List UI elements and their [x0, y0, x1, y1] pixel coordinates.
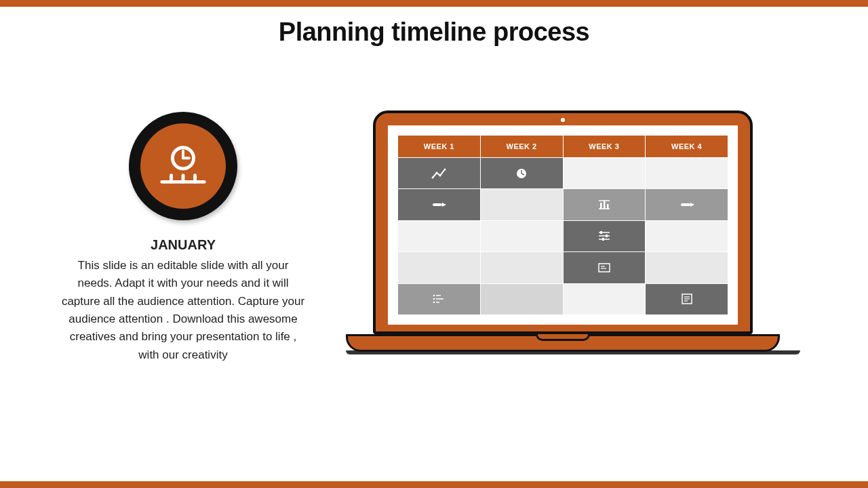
pen-icon	[679, 199, 694, 211]
list-icon	[431, 293, 446, 305]
grid-cell	[398, 158, 480, 188]
sliders-icon	[597, 230, 612, 242]
col-week-4: WEEK 4	[646, 136, 728, 157]
grid-cell	[564, 284, 646, 314]
timeline-badge	[129, 112, 237, 220]
clock-icon	[514, 167, 529, 180]
left-column: JANUARY This slide is an editable slide …	[54, 105, 312, 364]
table-header-row: WEEK 1 WEEK 2 WEEK 3 WEEK 4	[398, 136, 728, 157]
grid-cell	[646, 221, 728, 251]
col-week-1: WEEK 1	[398, 136, 480, 157]
page-title: Planning timeline process	[0, 18, 868, 47]
grid-cell	[646, 252, 728, 283]
col-week-2: WEEK 2	[481, 136, 563, 157]
laptop-notch	[536, 334, 590, 341]
bottom-accent-bar	[0, 481, 868, 488]
table-row	[398, 221, 728, 251]
grid-cell	[481, 252, 563, 283]
right-column: WEEK 1 WEEK 2 WEEK 3 WEEK 4	[312, 105, 814, 354]
col-week-3: WEEK 3	[564, 136, 646, 157]
chart-bars-icon	[597, 199, 612, 211]
timeline-badge-inner	[140, 123, 226, 209]
grid-cell	[564, 189, 646, 220]
grid-cell	[398, 221, 480, 251]
grid-cell	[564, 158, 646, 188]
grid-cell	[481, 221, 563, 251]
pen-icon	[431, 199, 446, 211]
grid-cell	[646, 158, 728, 188]
description-text: This slide is an editable slide with all…	[54, 257, 312, 364]
grid-cell	[646, 189, 728, 220]
grid-cell	[481, 158, 563, 188]
grid-cell	[481, 189, 563, 220]
grid-cell	[481, 284, 563, 314]
content-area: JANUARY This slide is an editable slide …	[54, 105, 814, 447]
month-heading: JANUARY	[54, 237, 312, 253]
grid-cell	[564, 252, 646, 283]
grid-cell	[398, 189, 480, 220]
laptop-graphic: WEEK 1 WEEK 2 WEEK 3 WEEK 4	[346, 110, 780, 354]
grid-cell	[398, 284, 480, 314]
laptop-lid: WEEK 1 WEEK 2 WEEK 3 WEEK 4	[373, 110, 753, 334]
grid-cell	[564, 221, 646, 251]
timeline-grid: WEEK 1 WEEK 2 WEEK 3 WEEK 4	[397, 135, 728, 315]
table-row	[398, 252, 728, 283]
camera-icon	[561, 118, 565, 122]
trend-icon	[431, 167, 446, 180]
top-accent-bar	[0, 0, 868, 7]
table-row	[398, 284, 728, 314]
clock-timeline-icon	[157, 140, 210, 192]
laptop-base	[346, 334, 780, 352]
panel-icon	[597, 262, 612, 274]
table-row	[398, 158, 728, 188]
document-icon	[679, 293, 694, 305]
grid-cell	[398, 252, 480, 283]
table-row	[398, 189, 728, 220]
grid-cell	[646, 284, 728, 314]
laptop-screen: WEEK 1 WEEK 2 WEEK 3 WEEK 4	[388, 125, 738, 325]
